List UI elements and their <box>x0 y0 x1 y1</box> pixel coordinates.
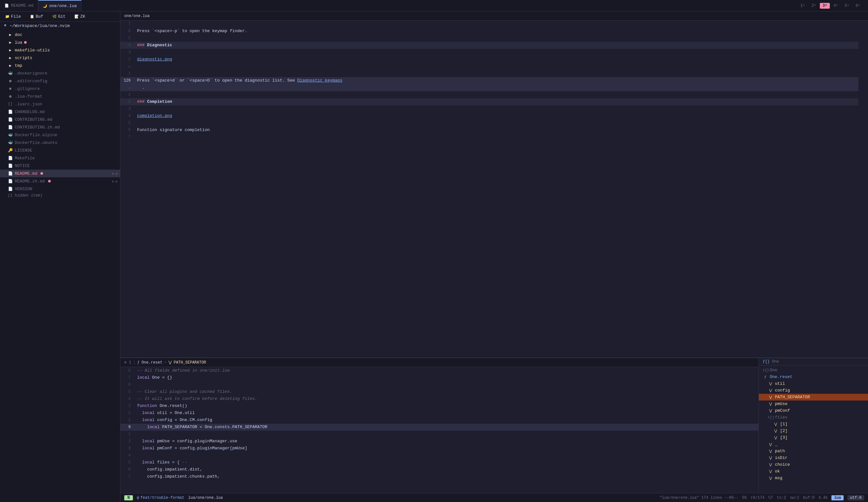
tree-item-readme[interactable]: 📄 README.md ↻ ↺ <box>0 170 120 177</box>
outline-item-choice[interactable]: ⋁ choice <box>759 461 868 468</box>
outline-item-files-3[interactable]: ⋁ [3] <box>759 434 868 441</box>
tree-item-makefile-utils[interactable]: ▶ makefile-utils <box>0 46 120 54</box>
linenum-5c: 5 <box>120 120 136 126</box>
tree-item-lua-format[interactable]: ⚙ .lua-format <box>0 92 120 100</box>
outline-item-underscore[interactable]: ⋁ _ <box>759 441 868 448</box>
outline-item-msg[interactable]: ⋁ msg <box>759 475 868 481</box>
top-code-area[interactable]: 7 6 Press `<space>-p` to open the keymap… <box>120 21 868 358</box>
bc-func: One.reset <box>142 360 163 365</box>
tree-item-doc[interactable]: ▶ doc <box>0 31 120 39</box>
linecontent-2c: ### Completion <box>136 98 858 105</box>
code-line-126: 126 Press `<space>d` or `<space>D` to op… <box>120 77 858 84</box>
tree-item-contributing-zh[interactable]: 📄 CONTRIBUTING.zh.md <box>0 123 120 131</box>
tab-onelua[interactable]: 🌙 one/one.lua <box>38 0 82 11</box>
outline-item-files[interactable]: ℓ[] files <box>759 414 868 421</box>
bl-line-6: 6 <box>120 381 758 388</box>
readme-action-revert[interactable]: ↺ <box>115 172 117 176</box>
readme-zh-action-refresh[interactable]: ↻ <box>112 179 114 183</box>
bl-linenum-5b: 5 <box>120 459 136 466</box>
tree-label-dockerfile-ubuntu: Dockerfile.ubuntu <box>15 140 58 145</box>
editorconfig-icon: ⚙ <box>8 79 13 83</box>
outline-item-ok[interactable]: ⋁ ok <box>759 468 868 475</box>
code-line-1c: 1 <box>120 91 858 98</box>
tree-item-tmp[interactable]: ▶ tmp <box>0 62 120 69</box>
bl-line-5: 5 -- Clear all plugins and cached files. <box>120 388 758 396</box>
dockerfile-ubuntu-icon: 🐳 <box>8 140 13 145</box>
sidebar-btn-git[interactable]: 🌿 Git <box>50 13 68 20</box>
outline-item-isDir[interactable]: ⋁ isDir <box>759 454 868 461</box>
outline-item-One[interactable]: ƒ{} One <box>759 367 868 373</box>
outline-item-pmUse[interactable]: ⋁ pmUse <box>759 400 868 407</box>
tree-item-dockerignore[interactable]: 🐳 .dockerignore <box>0 69 120 77</box>
tree-item-gitignore[interactable]: ⊗ .gitignore <box>0 85 120 92</box>
outline-label-underscore: _ <box>775 442 777 447</box>
readme-zh-action-revert[interactable]: ↺ <box>115 179 117 183</box>
sidebar-root[interactable]: ▼ ~/Workspace/lua/one.nvim <box>0 22 120 30</box>
tab-num-6[interactable]: 6¹ <box>853 3 863 9</box>
tab-readme[interactable]: 📄 README.md <box>0 0 38 11</box>
outline-icon-One-reset: ƒ <box>763 375 768 379</box>
tree-item-notice[interactable]: 📄 NOTICE <box>0 162 120 170</box>
outline-icon-config: ⋁ <box>768 388 773 392</box>
tree-item-contributing[interactable]: 📄 CONTRIBUTING.md <box>0 116 120 123</box>
sidebar-tree: ▶ doc ▶ lua ▶ makefile-utils ▶ scripts ▶… <box>0 30 120 502</box>
tree-item-dockerfile-ubuntu[interactable]: 🐳 Dockerfile.ubuntu <box>0 139 120 146</box>
tree-item-makefile[interactable]: 📄 Makefile <box>0 154 120 162</box>
readme-action-refresh[interactable]: ↻ <box>112 172 114 176</box>
bl-content-2b: local pmUse = config.pluginManager.use <box>136 438 758 445</box>
tree-label-license: LICENSE <box>15 148 32 153</box>
tree-item-editorconfig[interactable]: ⚙ .editorconfig <box>0 77 120 85</box>
tree-item-dockerfile-alpine[interactable]: 🐳 Dockerfile.alpine <box>0 131 120 139</box>
bl-line-7: 7 local One = {} <box>120 374 758 381</box>
tree-item-luarc[interactable]: {} .luarc.json <box>0 100 120 108</box>
tree-label-changelog: CHANGELOG.md <box>15 110 45 114</box>
linenum-7a: 7 <box>120 21 136 28</box>
sidebar-btn-buf[interactable]: 📋 Buf <box>28 13 45 20</box>
linenum-1c: 1 <box>120 91 136 98</box>
tab-num-1[interactable]: 1² <box>798 3 808 9</box>
tree-label-lua: lua <box>15 40 22 45</box>
luarc-icon: {} <box>8 102 13 106</box>
luaformat-icon: ⚙ <box>8 94 13 99</box>
outline-icon-msg: ⋁ <box>768 476 773 480</box>
outline-item-files-1[interactable]: ⋁ [1] <box>759 421 868 428</box>
outline-item-util[interactable]: ⋁ util <box>759 380 868 387</box>
sidebar-btn-file[interactable]: 📁 File <box>3 13 23 20</box>
sidebar: 📁 File 📋 Buf 🌿 Git 📝 ZK ▼ ~/Workspace/lu… <box>0 12 120 502</box>
bl-linenum-6b: 6 <box>120 466 136 473</box>
tree-item-scripts[interactable]: ▶ scripts <box>0 54 120 62</box>
tree-item-version[interactable]: 📄 VERSION <box>0 185 120 193</box>
status-bar: N ψ feat/trouble-format lua/one/one.lua … <box>120 493 868 502</box>
tree-item-readme-zh[interactable]: 📄 README.zh.md ↻ ↺ <box>0 177 120 185</box>
tab-num-4[interactable]: 4¹ <box>831 3 841 9</box>
outline-item-pmConf[interactable]: ⋁ pmConf <box>759 407 868 414</box>
sidebar-btn-zk[interactable]: 📝 ZK <box>73 13 87 20</box>
tab-num-5[interactable]: 5¹ <box>842 3 851 9</box>
tab-num-3[interactable]: 3² <box>820 3 829 9</box>
tree-label-notice: NOTICE <box>15 163 30 168</box>
outline-item-config[interactable]: ⋁ config <box>759 387 868 394</box>
code-line-7a: 7 <box>120 21 858 28</box>
status-mode: N <box>124 495 133 500</box>
outline-label-ok: ok <box>775 469 780 474</box>
tree-item-changelog[interactable]: 📄 CHANGELOG.md <box>0 108 120 116</box>
bl-linenum-2b: 2 <box>120 438 136 445</box>
code-line-126b: ↵ . <box>120 84 858 91</box>
breadcrumb-text: one/one.lua <box>124 14 149 18</box>
readme-icon: 📄 <box>8 171 13 176</box>
outline-item-files-2[interactable]: ⋁ [2] <box>759 428 868 434</box>
outline-item-path[interactable]: ⋁ path <box>759 448 868 454</box>
tab-num-2[interactable]: 2² <box>809 3 818 9</box>
status-percent: 5% <box>742 495 747 500</box>
tree-item-lua[interactable]: ▶ lua <box>0 39 120 46</box>
branch-icon: ψ <box>137 495 139 500</box>
tree-label-version: VERSION <box>15 187 32 192</box>
outline-item-One-reset[interactable]: ƒ One.reset <box>759 373 868 380</box>
status-sw: sw:2 <box>790 495 799 500</box>
bottom-code[interactable]: 8 -- All fields defined in one/init.lua … <box>120 367 758 493</box>
outline-item-PATH_SEPARATOR[interactable]: ⋁ PATH_SEPARATOR <box>759 394 868 400</box>
tree-item-license[interactable]: 🔑 LICENSE <box>0 146 120 154</box>
code-line-3a: 3 <box>120 49 858 56</box>
zk-icon: 📝 <box>74 14 79 19</box>
root-folder-icon: ▼ <box>2 23 8 28</box>
